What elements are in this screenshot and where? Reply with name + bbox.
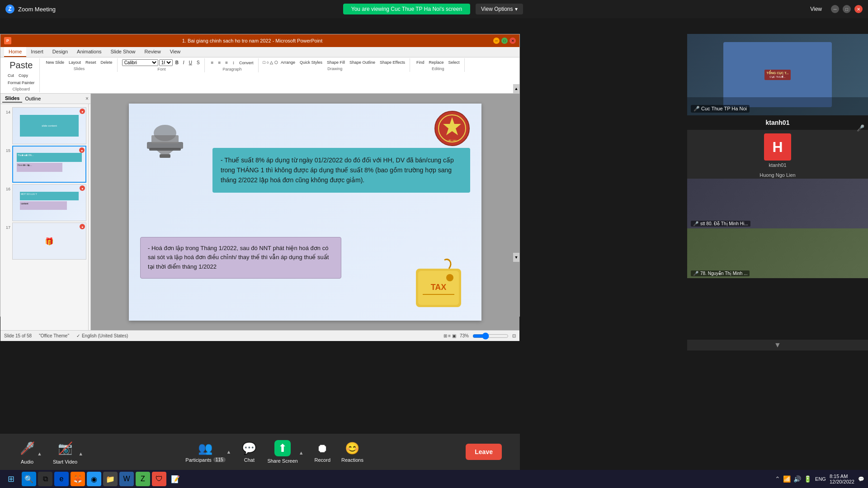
- share-screen-icon: ⬆: [278, 442, 287, 455]
- ppt-maximize[interactable]: □: [501, 38, 508, 44]
- find-button[interactable]: Find: [415, 59, 426, 66]
- participants-expand-chevron[interactable]: ▼: [687, 340, 868, 351]
- slide-thumbnail-16[interactable]: MOT SO LUU Y content ●: [12, 184, 86, 221]
- delete-button[interactable]: Delete: [99, 59, 114, 66]
- ppt-minimize[interactable]: ─: [493, 38, 500, 44]
- windows-start-button[interactable]: ⊞: [4, 472, 18, 486]
- scroll-down-button[interactable]: ▼: [513, 253, 519, 262]
- thumb-row1-16: MOT SO LUU Y: [20, 192, 79, 200]
- align-right-button[interactable]: ≡: [223, 59, 230, 66]
- format-painter-button[interactable]: Format Painter: [6, 80, 37, 86]
- ppt-titlebar: P 1. Bai giang chinh sach ho tro nam 202…: [0, 34, 519, 47]
- convert-smartart-button[interactable]: Convert: [237, 60, 255, 66]
- systray-network-icon[interactable]: 📶: [783, 475, 791, 483]
- taskbar-task-view-icon[interactable]: ⧉: [38, 472, 52, 486]
- taskbar-language[interactable]: ENG: [815, 476, 826, 482]
- reset-button[interactable]: Reset: [84, 59, 98, 66]
- cuc-thue-slide-bg: TỔNG CỤC T... CỤC THUẾ...: [764, 70, 790, 80]
- systray-expand-icon[interactable]: ⌃: [775, 475, 780, 483]
- outline-tab[interactable]: Outline: [22, 95, 43, 102]
- taskbar-notifications-icon[interactable]: 💬: [858, 476, 864, 482]
- ribbon-group-drawing: □ ○ △ ⬡ Arrange Quick Styles Shape Fill …: [260, 58, 410, 72]
- taskbar-edge-icon[interactable]: e: [54, 472, 69, 486]
- reactions-button[interactable]: 😊 Reactions: [341, 441, 363, 463]
- minimize-button[interactable]: ─: [831, 5, 839, 13]
- italic-button[interactable]: I: [181, 59, 186, 66]
- slide-thumbnail-17[interactable]: 🎁 ●: [12, 223, 86, 260]
- shape-effects-button[interactable]: Shape Effects: [378, 59, 407, 66]
- taskbar-search-icon[interactable]: 🔍: [22, 472, 36, 486]
- view-options-label: View Options: [481, 6, 513, 12]
- close-button[interactable]: ✕: [854, 5, 863, 13]
- view-label[interactable]: View: [810, 6, 822, 12]
- ribbon-tab-slideshow[interactable]: Slide Show: [106, 47, 140, 57]
- chat-button[interactable]: 💬 Chat: [242, 441, 256, 463]
- layout-button[interactable]: Layout: [67, 59, 83, 66]
- slide-thumbnail-15[interactable]: Thuế suất 8%... Hoá đơn lập... ●: [12, 146, 86, 183]
- record-button[interactable]: ⏺ Record: [315, 441, 330, 463]
- copy-button[interactable]: Copy: [17, 72, 30, 79]
- cut-button[interactable]: Cut: [6, 72, 16, 79]
- tax-svg: TAX: [409, 257, 468, 316]
- replace-button[interactable]: Replace: [427, 59, 445, 66]
- audio-arrow-icon[interactable]: ▲: [37, 451, 42, 456]
- audio-icon-container: 🎤: [18, 439, 36, 457]
- ribbon-group-clipboard: Paste Cut Copy Format Painter Clipboard: [3, 58, 40, 92]
- ribbon-tab-view[interactable]: View: [165, 47, 185, 57]
- systray-volume-icon[interactable]: 🔊: [793, 475, 801, 483]
- view-options-button[interactable]: View Options ▾: [476, 4, 523, 14]
- taskbar-docs-icon[interactable]: 📝: [168, 472, 183, 486]
- underline-button[interactable]: U: [187, 59, 194, 66]
- ribbon-tab-home[interactable]: Home: [4, 47, 26, 57]
- slide-canvas-area[interactable]: ▲: [91, 94, 519, 330]
- paste-button[interactable]: Paste: [6, 59, 37, 71]
- maximize-button[interactable]: □: [843, 5, 851, 13]
- ribbon-tab-animations[interactable]: Animations: [72, 47, 106, 57]
- align-left-button[interactable]: ≡: [209, 59, 216, 66]
- audio-button[interactable]: 🎤 Audio: [18, 439, 36, 464]
- start-video-button[interactable]: 📷 Start Video: [53, 439, 77, 464]
- participants-arrow-icon[interactable]: ▲: [226, 449, 231, 455]
- align-center-button[interactable]: ≡: [216, 59, 222, 66]
- ribbon-tab-design[interactable]: Design: [48, 47, 72, 57]
- select-button[interactable]: Select: [447, 59, 462, 66]
- text-direction-button[interactable]: ↕: [231, 59, 236, 66]
- ppt-close[interactable]: ✕: [509, 38, 516, 44]
- taskbar-zoom-icon[interactable]: Z: [136, 472, 150, 486]
- shape-fill-button[interactable]: Shape Fill: [325, 59, 347, 66]
- zoom-percentage: 73%: [460, 333, 469, 338]
- taskbar-chrome-icon[interactable]: ◉: [87, 472, 101, 486]
- slide-thumbnail-14[interactable]: slide content ●: [12, 107, 86, 144]
- view-icons: ⊞ ≡ ▣: [443, 333, 456, 338]
- font-size-select[interactable]: 16: [159, 59, 173, 66]
- leave-button[interactable]: Leave: [466, 444, 502, 460]
- ribbon-tab-insert[interactable]: Insert: [26, 47, 48, 57]
- taskbar-firefox-icon[interactable]: 🦊: [71, 472, 85, 486]
- strikethrough-button[interactable]: S: [195, 59, 202, 66]
- new-slide-button[interactable]: New Slide: [44, 59, 66, 66]
- slide-number-14: 14: [2, 107, 10, 144]
- quick-styles-button[interactable]: Quick Styles: [298, 59, 324, 66]
- panel-close-button[interactable]: ×: [85, 95, 89, 102]
- bold-button[interactable]: B: [174, 59, 180, 66]
- zoom-slider[interactable]: [472, 332, 509, 340]
- font-family-select[interactable]: Calibri: [122, 59, 158, 66]
- shape-outline-button[interactable]: Shape Outline: [348, 59, 377, 66]
- font-label: Font: [158, 67, 166, 71]
- systray-battery-icon[interactable]: 🔋: [804, 475, 811, 483]
- participants-button[interactable]: 👥 Participants 115: [185, 441, 225, 463]
- arrange-button[interactable]: Arrange: [279, 59, 297, 66]
- taskbar-folder-icon[interactable]: 📁: [103, 472, 118, 486]
- zoom-fit-icon[interactable]: ⊡: [512, 333, 516, 338]
- ppt-theme: "Office Theme": [39, 333, 69, 338]
- zoom-titlebar: Z Zoom Meeting You are viewing Cuc Thue …: [0, 0, 868, 18]
- taskbar-word-icon[interactable]: W: [119, 472, 134, 486]
- share-screen-arrow-icon[interactable]: ▲: [299, 450, 304, 455]
- slides-tab[interactable]: Slides: [2, 95, 22, 103]
- ribbon-tab-review[interactable]: Review: [140, 47, 165, 57]
- taskbar-antivirus-icon[interactable]: 🛡: [152, 472, 166, 486]
- video-arrow-icon[interactable]: ▲: [78, 451, 83, 456]
- ribbon-group-editing: Find Replace Select Editing: [412, 58, 465, 72]
- share-screen-button[interactable]: ⬆ Share Screen: [267, 440, 297, 464]
- slide-canvas[interactable]: VIỆT NAM - Thuế suất 8% áp dụng từ ngày …: [129, 104, 481, 321]
